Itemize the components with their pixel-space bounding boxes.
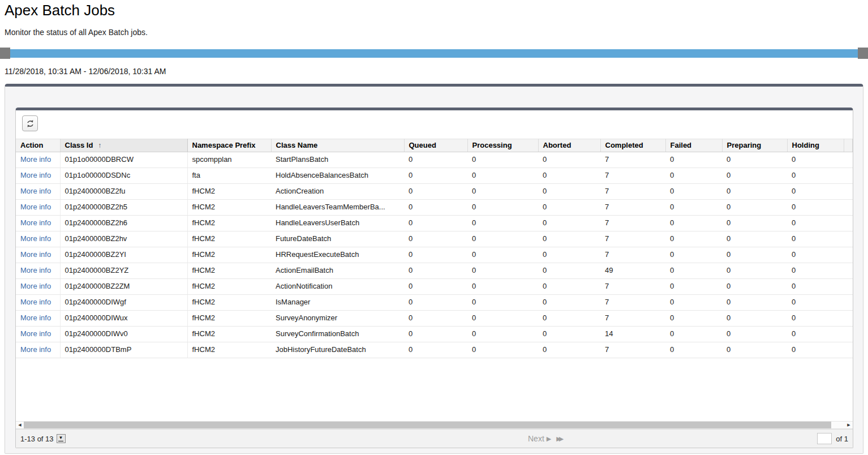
cell-failed: 0 [665,168,722,184]
more-info-link[interactable]: More info [20,282,51,290]
more-info-link[interactable]: More info [20,155,51,164]
cell-aborted: 0 [538,216,600,231]
batch-jobs-table: ActionClass Id↑Namespace PrefixClass Nam… [16,139,853,358]
page: Apex Batch Jobs Monitor the status of al… [0,0,868,454]
cell-class-id: 01p2400000DIWv0 [60,327,187,342]
date-range-slider[interactable] [0,48,868,59]
table-row: More info01p2400000BZ2h5fHCM2HandleLeave… [16,200,853,216]
column-header-class-id[interactable]: Class Id↑ [60,139,187,152]
cell-class-id: 01p2400000BZ2YZ [60,263,187,279]
cell-preparing: 0 [722,311,787,327]
column-label: Processing [472,141,512,149]
scroll-right-icon[interactable]: ▶ [845,422,853,428]
cell-queued: 0 [404,152,467,168]
column-header-aborted[interactable]: Aborted [538,139,600,152]
next-page-button[interactable]: Next ▶ ▶▶ [528,434,564,443]
next-arrow-icon: ▶ [547,435,551,443]
last-page-icon: ▶▶ [556,435,564,443]
more-info-link[interactable]: More info [20,234,51,243]
horizontal-scrollbar[interactable]: ◀ ▶ [16,421,853,429]
column-header-namespace-prefix[interactable]: Namespace Prefix [187,139,271,152]
cell-class-name: HandleLeaversUserBatch [271,216,404,231]
column-header-holding[interactable]: Holding [787,139,844,152]
more-info-link[interactable]: More info [20,171,51,179]
cell-class-name: HandleLeaversTeamMemberBa... [271,200,404,216]
cell-namespace-prefix: fHCM2 [187,327,271,342]
cell-processing: 0 [467,200,538,216]
batch-jobs-card: ActionClass Id↑Namespace PrefixClass Nam… [15,108,853,448]
date-range-label: 11/28/2018, 10:31 AM - 12/06/2018, 10:31… [5,67,863,76]
cell-aborted: 0 [538,231,600,247]
page-subtitle: Monitor the status of all Apex Batch job… [5,28,863,37]
slider-left-handle[interactable] [0,48,10,59]
more-info-link[interactable]: More info [20,203,51,211]
more-info-link[interactable]: More info [20,187,51,195]
cell-aborted: 0 [538,327,600,342]
more-info-link[interactable]: More info [20,345,51,354]
cell-failed: 0 [665,184,722,200]
cell-filler [844,152,853,168]
cell-preparing: 0 [722,200,787,216]
cell-completed: 7 [600,168,665,184]
cell-queued: 0 [404,184,467,200]
column-label: Queued [409,141,436,149]
cell-failed: 0 [665,216,722,231]
cell-holding: 0 [787,279,844,295]
scroll-left-icon[interactable]: ◀ [16,422,24,428]
more-info-link[interactable]: More info [20,250,51,259]
cell-class-id: 01p2400000DIWgf [60,295,187,311]
cell-namespace-prefix: fHCM2 [187,200,271,216]
cell-processing: 0 [467,279,538,295]
cell-completed: 14 [600,327,665,342]
cell-preparing: 0 [722,216,787,231]
column-label: Class Name [276,141,318,149]
cell-class-id: 01p2400000BZ2fu [60,184,187,200]
column-header-completed[interactable]: Completed [600,139,665,152]
more-info-link[interactable]: More info [20,218,51,227]
cell-class-name: ActionEmailBatch [271,263,404,279]
cell-namespace-prefix: fHCM2 [187,311,271,327]
cell-class-id: 01p2400000BZ2hv [60,231,187,247]
more-info-link[interactable]: More info [20,314,51,322]
column-label: Completed [605,141,643,149]
more-info-link[interactable]: More info [20,266,51,274]
more-info-link[interactable]: More info [20,329,51,338]
cell-class-id: 01p2400000DTBmP [60,342,187,358]
column-header-queued[interactable]: Queued [404,139,467,152]
table-row: More info01p2400000BZ2hvfHCM2FutureDateB… [16,231,853,247]
cell-class-name: SurveyAnonymizer [271,311,404,327]
cell-holding: 0 [787,342,844,358]
cell-completed: 7 [600,279,665,295]
cell-completed: 7 [600,311,665,327]
column-header-action[interactable]: Action [16,139,60,152]
table-empty-area [16,358,853,421]
cell-processing: 0 [467,168,538,184]
cell-aborted: 0 [538,279,600,295]
column-header-preparing[interactable]: Preparing [722,139,787,152]
slider-right-handle[interactable] [858,48,868,59]
table-row: More info01p1o00000DSDNcftaHoldAbsenceBa… [16,168,853,184]
cell-class-id: 01p2400000BZ2h6 [60,216,187,231]
column-header-class-name[interactable]: Class Name [271,139,404,152]
cell-completed: 7 [600,200,665,216]
column-header-processing[interactable]: Processing [467,139,538,152]
more-info-link[interactable]: More info [20,298,51,306]
cell-completed: 7 [600,184,665,200]
cell-class-id: 01p2400000BZ2YI [60,247,187,263]
table-row: More info01p1o00000DBRCWspcompplanStartP… [16,152,853,168]
page-title: Apex Batch Jobs [0,0,868,19]
cell-namespace-prefix: fta [187,168,271,184]
cell-namespace-prefix: fHCM2 [187,184,271,200]
cell-class-id: 01p1o00000DSDNc [60,168,187,184]
cell-namespace-prefix: fHCM2 [187,295,271,311]
cell-failed: 0 [665,231,722,247]
page-number-input[interactable] [817,433,832,444]
cell-aborted: 0 [538,200,600,216]
cell-processing: 0 [467,327,538,342]
column-header-failed[interactable]: Failed [665,139,722,152]
scrollbar-thumb[interactable] [24,422,831,428]
page-size-dropdown-button[interactable]: ▼ [57,434,66,443]
refresh-button[interactable] [22,115,38,131]
slider-selected-range[interactable] [10,49,858,58]
table-body: More info01p1o00000DBRCWspcompplanStartP… [16,152,853,358]
